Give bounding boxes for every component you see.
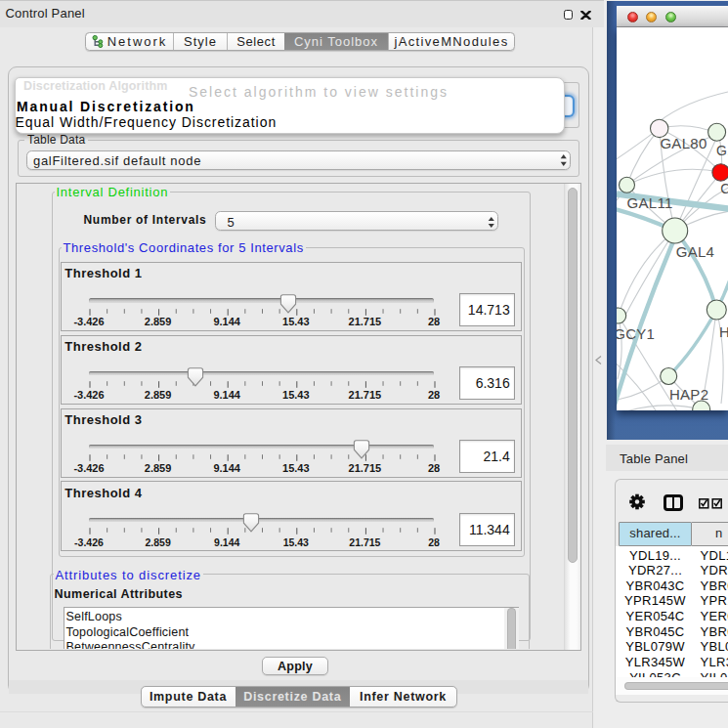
svg-text:G.: G.: [716, 143, 728, 158]
svg-text:GAL11: GAL11: [627, 194, 673, 211]
svg-text:C: C: [720, 181, 728, 196]
svg-text:GAL4: GAL4: [676, 243, 715, 260]
svg-text:H: H: [719, 323, 728, 340]
svg-text:HAP2: HAP2: [669, 386, 708, 403]
svg-text:GAL80: GAL80: [661, 135, 707, 151]
svg-text:GCY1: GCY1: [617, 325, 655, 342]
